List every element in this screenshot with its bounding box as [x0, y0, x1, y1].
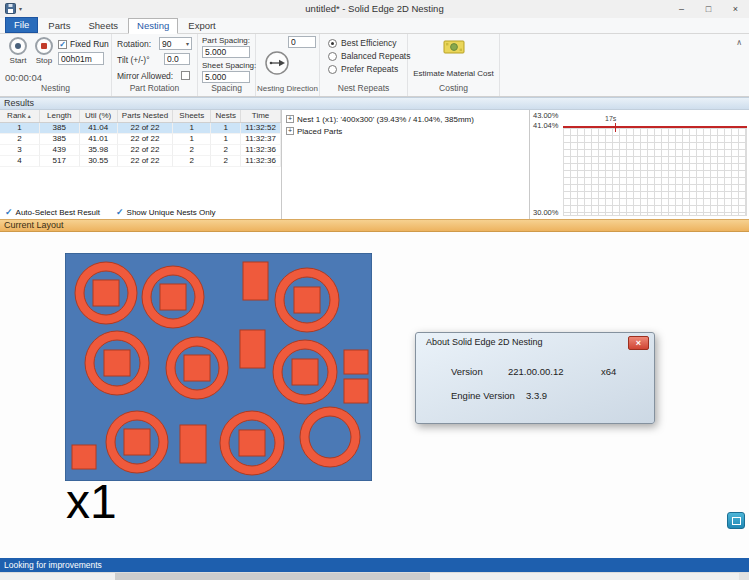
close-button[interactable]: × [722, 0, 749, 18]
column-header-parts-nested[interactable]: Parts Nested [118, 110, 174, 122]
tilt-label: Tilt (+/-)° [117, 55, 150, 65]
column-header-util[interactable]: Util (%) [80, 110, 118, 122]
current-layout-header: Current Layout [0, 219, 749, 232]
nesting-direction-angle-field[interactable] [288, 36, 316, 48]
nested-part-square[interactable] [104, 350, 130, 376]
table-cell: 11:32:52 [241, 123, 281, 134]
nested-part-square[interactable] [239, 430, 265, 456]
table-cell: 385 [40, 134, 80, 145]
table-cell: 41.04 [80, 123, 118, 134]
part-spacing-field[interactable] [202, 46, 250, 58]
estimate-material-cost-button[interactable]: Estimate Material Cost [408, 39, 499, 55]
nested-part-square[interactable] [292, 359, 318, 385]
tree-item-placed-parts[interactable]: + Placed Parts [286, 125, 529, 137]
ribbon-group-nest-repeats: Best Efficiency Balanced Repeats Prefer … [320, 34, 408, 96]
table-cell: 1 [173, 123, 211, 134]
qat-dropdown-icon[interactable]: ▾ [19, 5, 22, 12]
nested-part-square[interactable] [124, 429, 150, 455]
nested-part-square[interactable] [160, 284, 186, 310]
ribbon-group-spacing: Part Spacing: Sheet Spacing: Spacing [198, 34, 256, 96]
tree-item-nest-1[interactable]: + Nest 1 (x1): '400x300' (39.43% / 41.04… [286, 113, 529, 125]
nesting-direction-icon[interactable] [264, 50, 290, 76]
tilt-field[interactable] [164, 53, 190, 65]
utilization-chart: 43.00% 41.04% 30.00% 17s [531, 110, 749, 219]
table-cell: 22 of 22 [118, 123, 174, 134]
window-controls: – □ × [668, 0, 749, 18]
column-header-rank[interactable]: Rank▲ [0, 110, 40, 122]
status-bar: Looking for improvements [0, 558, 749, 572]
nested-part-rect[interactable] [344, 379, 368, 403]
column-header-time[interactable]: Time [241, 110, 281, 122]
architecture-value: x64 [601, 366, 616, 377]
table-cell: 385 [40, 123, 80, 134]
checkbox-checked-icon: ✓ [5, 207, 13, 217]
rotation-dropdown[interactable]: 90 ▾ [159, 37, 192, 50]
save-icon[interactable] [5, 3, 16, 14]
column-header-sheets[interactable]: Sheets [173, 110, 211, 122]
minimize-button[interactable]: – [668, 0, 695, 18]
checkbox-checked-icon: ✓ [116, 207, 124, 217]
nested-part-rect[interactable] [180, 425, 206, 463]
table-cell: 517 [40, 156, 80, 167]
results-table-header: Rank▲ Length Util (%) Parts Nested Sheet… [0, 110, 281, 123]
nested-part-square[interactable] [294, 287, 320, 313]
chevron-down-icon: ▾ [186, 40, 189, 47]
layout-canvas[interactable]: x1 About Solid Edge 2D Nesting × Version… [0, 232, 749, 558]
table-cell: 1 [211, 123, 241, 134]
fixed-run-checkbox[interactable]: ✓ Fixed Run [58, 39, 109, 49]
collapse-ribbon-icon[interactable]: ∧ [736, 38, 742, 47]
show-unique-nests-checkbox[interactable]: ✓ Show Unique Nests Only [116, 207, 215, 217]
rotation-label: Rotation: [117, 39, 151, 49]
radio-icon [328, 52, 337, 61]
ribbon-group-costing: Estimate Material Cost Costing [408, 34, 500, 96]
tab-nesting[interactable]: Nesting [128, 18, 178, 34]
auto-select-best-result-checkbox[interactable]: ✓ Auto-Select Best Result [5, 207, 100, 217]
mirror-allowed-checkbox[interactable] [181, 71, 190, 80]
start-button[interactable]: Start [6, 37, 30, 65]
table-row[interactable]: 2 385 41.01 22 of 22 1 1 11:32:37 [0, 134, 281, 145]
nested-part-rect[interactable] [72, 445, 96, 469]
tree-expand-icon[interactable]: + [286, 127, 294, 135]
tree-expand-icon[interactable]: + [286, 115, 294, 123]
fixed-run-time-field[interactable] [58, 52, 104, 65]
table-cell: 439 [40, 145, 80, 156]
titlebar: ▾ untitled* - Solid Edge 2D Nesting – □ … [0, 0, 749, 18]
stop-button[interactable]: Stop [32, 37, 56, 65]
nested-part-rect[interactable] [240, 330, 265, 368]
table-row[interactable]: 3 439 35.98 22 of 22 2 2 11:32:36 [0, 145, 281, 156]
group-label-nest-repeats: Nest Repeats [320, 83, 407, 93]
radio-selected-icon [328, 39, 337, 48]
radio-best-efficiency[interactable]: Best Efficiency [328, 38, 397, 48]
sheet-spacing-field[interactable] [202, 71, 250, 83]
tab-sheets[interactable]: Sheets [81, 18, 127, 33]
scrollbar-thumb[interactable] [115, 573, 430, 580]
ribbon-group-nesting-direction: Nesting Direction [256, 34, 320, 96]
nested-part-square[interactable] [184, 355, 210, 381]
nested-part-square[interactable] [93, 280, 119, 306]
table-cell: 2 [173, 145, 211, 156]
engine-version-label: Engine Version [451, 390, 515, 401]
table-row[interactable]: 4 517 30.55 22 of 22 2 2 11:32:36 [0, 156, 281, 167]
tab-parts[interactable]: Parts [40, 18, 78, 33]
chart-annotation: 17s [605, 115, 616, 122]
results-table: Rank▲ Length Util (%) Parts Nested Sheet… [0, 110, 282, 219]
radio-prefer-repeats[interactable]: Prefer Repeats [328, 64, 398, 74]
column-header-length[interactable]: Length [40, 110, 80, 122]
maximize-button[interactable]: □ [695, 0, 722, 18]
table-row[interactable]: 1 385 41.04 22 of 22 1 1 11:32:52 [0, 123, 281, 134]
show-unique-label: Show Unique Nests Only [127, 208, 216, 217]
about-close-button[interactable]: × [628, 336, 649, 350]
mirror-allowed-label: Mirror Allowed: [117, 71, 173, 81]
tab-export[interactable]: Export [180, 18, 223, 33]
fit-view-button[interactable] [727, 512, 745, 529]
ytick-current: 41.04% [533, 121, 558, 130]
horizontal-scrollbar[interactable] [0, 572, 749, 580]
nested-part-rect[interactable] [344, 350, 368, 374]
radio-balanced-repeats[interactable]: Balanced Repeats [328, 51, 410, 61]
material-cost-icon [443, 39, 465, 55]
nest-sheet-svg [65, 253, 372, 481]
column-header-nests[interactable]: Nests [211, 110, 241, 122]
tab-file[interactable]: File [5, 17, 38, 33]
ytick-max: 43.00% [533, 111, 558, 120]
nested-part-rect[interactable] [243, 262, 268, 300]
